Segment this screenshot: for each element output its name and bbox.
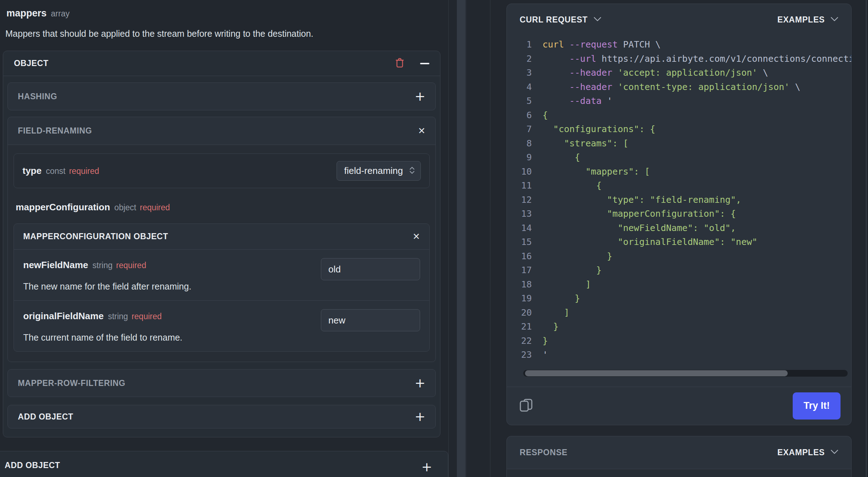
try-it-button[interactable]: Try It! [793, 392, 841, 420]
add-object-inner-label: ADD OBJECT [18, 412, 74, 422]
type-select[interactable]: field-renaming [337, 161, 421, 181]
code-line: 18 ] [515, 277, 851, 292]
curl-request-dropdown[interactable]: CURL REQUEST [520, 15, 601, 25]
response-panel: RESPONSE EXAMPLES [506, 436, 852, 477]
add-object-button-outer[interactable]: ADD OBJECT + [0, 451, 448, 477]
mapperconfiguration-card-header: MAPPERCONFIGURATION OBJECT ✕ [14, 224, 429, 250]
close-icon[interactable]: ✕ [418, 126, 425, 135]
section-mapper-row-filtering[interactable]: MAPPER-ROW-FILTERING + [7, 369, 436, 397]
code-line: 3 --header 'accept: application/json' \ [515, 66, 851, 80]
doc-scrollbar-thumb[interactable] [457, 0, 465, 477]
mapperconfiguration-card: MAPPERCONFIGURATION OBJECT ✕ newFieldNam… [14, 224, 430, 352]
chevron-down-icon [831, 17, 838, 22]
request-column: CURL REQUEST EXAMPLES 1curl --request PA… [490, 0, 868, 477]
type-required-badge: required [69, 166, 99, 176]
property-name: mappers [6, 8, 47, 19]
object-card-title: OBJECT [14, 59, 49, 68]
code-line: 19 } [515, 291, 851, 306]
mapper-row-filtering-label: MAPPER-ROW-FILTERING [18, 378, 125, 388]
type-name: type [22, 165, 41, 176]
field-renaming-body: type const required field-renaming [8, 145, 435, 362]
mapperconfiguration-card-title: MAPPERCONFIGURATION OBJECT [23, 232, 168, 241]
object-card-body: HASHING + FIELD-RENAMING ✕ type const [3, 76, 440, 428]
code-line: 7 "configurations": { [515, 122, 851, 136]
select-chevrons-icon [409, 166, 415, 176]
newfieldname-row: newFieldName string required The new nam… [14, 250, 429, 300]
newfieldname-info: newFieldName string required The new nam… [23, 258, 312, 292]
originalfieldname-row: originalFieldName string required The cu… [14, 300, 429, 351]
minus-icon [420, 63, 429, 64]
mapperconfiguration-label-line: mapperConfiguration object required [16, 202, 430, 213]
section-field-renaming: FIELD-RENAMING ✕ type const required fie… [7, 117, 436, 362]
code-line: 14 "newFieldName": "old", [515, 221, 851, 235]
api-docs-page: mappers array Mappers that should be app… [0, 0, 868, 477]
property-description: Mappers that should be applied to the st… [5, 29, 448, 39]
originalfieldname-qualifier: string [108, 312, 128, 321]
property-type: array [51, 9, 70, 19]
newfieldname-name: newFieldName [23, 260, 88, 271]
code-line: 2 --url https://api.airbyte.com/v1/conne… [515, 52, 851, 66]
curl-request-panel: CURL REQUEST EXAMPLES 1curl --request PA… [506, 4, 852, 425]
newfieldname-required-badge: required [116, 261, 146, 270]
originalfieldname-input[interactable] [321, 309, 420, 331]
code-line: 1curl --request PATCH \ [515, 37, 851, 52]
code-line: 17 } [515, 263, 851, 277]
type-qualifier: const [46, 166, 65, 176]
object-card-actions [394, 57, 429, 70]
plus-icon[interactable]: + [422, 461, 432, 473]
code-line: 16 } [515, 249, 851, 263]
field-renaming-label: FIELD-RENAMING [18, 126, 92, 136]
field-renaming-header: FIELD-RENAMING ✕ [8, 117, 435, 145]
curl-panel-footer: Try It! [507, 387, 851, 425]
add-object-outer-label: ADD OBJECT [5, 461, 60, 470]
response-examples-label: EXAMPLES [777, 448, 825, 457]
mapperconfiguration-required-badge: required [140, 203, 170, 212]
code-line: 22} [515, 334, 851, 348]
code-horizontal-scrollbar[interactable] [523, 370, 848, 377]
plus-icon[interactable]: + [415, 90, 425, 103]
delete-object-button[interactable] [394, 57, 405, 70]
type-field-row: type const required field-renaming [14, 154, 430, 188]
copy-icon [519, 398, 533, 413]
collapse-object-button[interactable] [420, 63, 429, 64]
page-scrollbar[interactable] [866, 0, 867, 477]
originalfieldname-info: originalFieldName string required The cu… [23, 309, 312, 343]
code-lines: 1curl --request PATCH \2 --url https://a… [515, 37, 851, 362]
newfieldname-qualifier: string [92, 261, 112, 270]
code-block: 1curl --request PATCH \2 --url https://a… [507, 35, 851, 377]
plus-icon[interactable]: + [415, 410, 425, 423]
code-line: 21 } [515, 320, 851, 334]
response-examples-dropdown[interactable]: EXAMPLES [777, 448, 838, 457]
column-gap [466, 0, 490, 477]
section-hashing[interactable]: HASHING + [7, 82, 436, 110]
add-object-button-inner[interactable]: ADD OBJECT + [7, 405, 436, 428]
originalfieldname-name: originalFieldName [23, 311, 104, 322]
code-line: 10 "mappers": [ [515, 165, 851, 179]
object-card: OBJECT [3, 51, 440, 437]
code-line: 11 { [515, 179, 851, 193]
trash-icon [394, 57, 405, 70]
code-line: 8 "streams": [ [515, 136, 851, 151]
response-title: RESPONSE [520, 448, 567, 457]
chevron-down-icon [594, 17, 601, 22]
plus-icon[interactable]: + [415, 377, 425, 390]
chevron-down-icon [831, 450, 838, 455]
newfieldname-input[interactable] [321, 258, 420, 280]
curl-request-title: CURL REQUEST [520, 15, 588, 25]
close-icon[interactable]: ✕ [413, 232, 420, 241]
examples-dropdown[interactable]: EXAMPLES [777, 15, 838, 25]
code-line: 9 { [515, 150, 851, 165]
code-line: 13 "mapperConfiguration": { [515, 207, 851, 221]
newfieldname-description: The new name for the field after renamin… [23, 281, 312, 292]
doc-scrollbar[interactable] [448, 0, 466, 477]
originalfieldname-required-badge: required [132, 312, 162, 321]
originalfieldname-description: The current name of the field to rename. [23, 332, 312, 343]
code-line: 6{ [515, 108, 851, 122]
hashing-label: HASHING [18, 92, 57, 101]
copy-code-button[interactable] [519, 398, 533, 413]
response-body [507, 469, 851, 477]
code-line: 15 "originalFieldName": "new" [515, 235, 851, 249]
property-heading: mappers array [6, 8, 448, 19]
schema-panel: mappers array Mappers that should be app… [0, 0, 448, 477]
code-scrollbar-thumb[interactable] [525, 370, 788, 376]
